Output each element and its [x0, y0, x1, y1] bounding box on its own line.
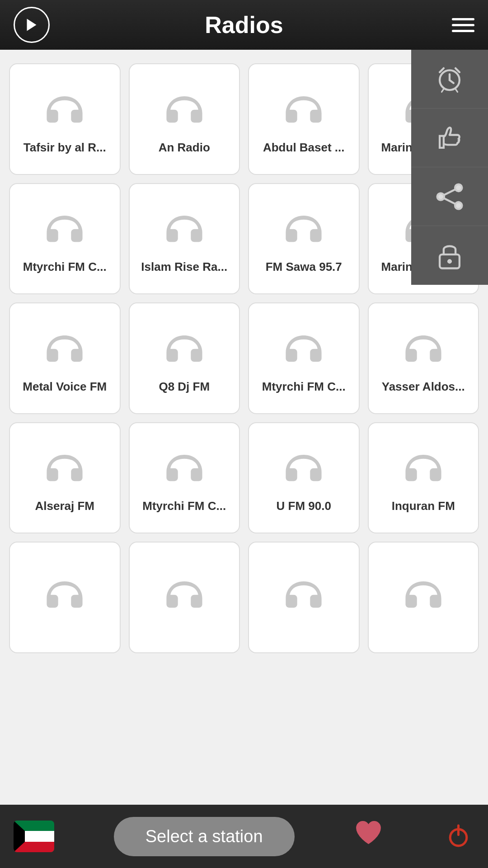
station-card[interactable] [9, 542, 121, 653]
station-name: Yasser Aldos... [382, 380, 465, 394]
headphone-icon [160, 571, 209, 621]
station-name: Islam Rise Ra... [141, 260, 227, 274]
headphone-icon [399, 571, 448, 621]
station-name: An Radio [159, 141, 210, 155]
headphone-icon [279, 206, 328, 255]
headphone-icon [399, 326, 448, 375]
station-name: Tafsir by al R... [23, 141, 106, 155]
svg-point-8 [455, 184, 462, 191]
headphone-icon [40, 326, 89, 375]
station-name: Q8 Dj FM [159, 380, 210, 394]
power-icon [444, 821, 473, 850]
headphone-icon [160, 326, 209, 375]
station-card[interactable]: U FM 90.0 [248, 422, 360, 534]
station-name: U FM 90.0 [277, 499, 331, 513]
play-button[interactable] [14, 7, 50, 43]
station-card[interactable]: Q8 Dj FM [129, 302, 240, 414]
headphone-icon [279, 445, 328, 495]
station-card[interactable]: Mtyrchi FM C... [9, 183, 121, 295]
bottom-bar: Select a station [0, 805, 488, 868]
station-card[interactable] [368, 542, 479, 653]
menu-button[interactable] [452, 18, 474, 32]
flag-button[interactable] [14, 821, 54, 852]
share-button[interactable] [411, 167, 488, 226]
lock-button[interactable] [411, 226, 488, 285]
svg-point-10 [455, 202, 462, 209]
menu-line [452, 24, 474, 26]
station-card[interactable] [248, 542, 360, 653]
power-button[interactable] [443, 821, 474, 852]
menu-line [452, 18, 474, 20]
kuwait-flag-icon [14, 821, 54, 852]
station-name: Metal Voice FM [23, 380, 107, 394]
station-card[interactable]: Islam Rise Ra... [129, 183, 240, 295]
alarm-icon [434, 63, 465, 95]
headphone-icon [160, 86, 209, 136]
favorites-button[interactable] [411, 108, 488, 167]
share-icon [434, 181, 465, 212]
station-name: Mtyrchi FM C... [142, 499, 226, 513]
station-card[interactable]: An Radio [129, 63, 240, 175]
headphone-icon [40, 86, 89, 136]
station-name: Abdul Baset ... [263, 141, 345, 155]
headphone-icon [40, 206, 89, 255]
headphone-icon [399, 445, 448, 495]
station-name: Mtyrchi FM C... [262, 380, 346, 394]
lock-icon [434, 240, 465, 271]
page-title: Radios [205, 11, 283, 38]
alarm-button[interactable] [411, 50, 488, 108]
play-icon [23, 17, 40, 33]
headphone-icon [40, 571, 89, 621]
station-name: FM Sawa 95.7 [266, 260, 342, 274]
station-name: Mtyrchi FM C... [23, 260, 107, 274]
station-card[interactable] [129, 542, 240, 653]
headphone-icon [279, 571, 328, 621]
svg-line-12 [444, 198, 455, 204]
headphone-icon [160, 445, 209, 495]
station-name: Alseraj FM [35, 499, 95, 513]
svg-point-14 [448, 259, 452, 264]
station-card[interactable]: Yasser Aldos... [368, 302, 479, 414]
station-card[interactable]: Mtyrchi FM C... [129, 422, 240, 534]
station-card[interactable]: Mtyrchi FM C... [248, 302, 360, 414]
select-station-button[interactable]: Select a station [114, 817, 295, 856]
headphone-icon [279, 326, 328, 375]
headphone-icon [279, 86, 328, 136]
station-card[interactable]: Alseraj FM [9, 422, 121, 534]
station-name: Inquran FM [392, 499, 455, 513]
favorite-button[interactable] [354, 819, 383, 854]
heart-icon [354, 819, 383, 848]
station-card[interactable]: Abdul Baset ... [248, 63, 360, 175]
svg-line-7 [455, 89, 457, 92]
svg-line-6 [442, 89, 444, 92]
headphone-icon [40, 445, 89, 495]
station-card[interactable]: Metal Voice FM [9, 302, 121, 414]
station-card[interactable]: Tafsir by al R... [9, 63, 121, 175]
svg-line-3 [450, 80, 454, 83]
station-card[interactable]: FM Sawa 95.7 [248, 183, 360, 295]
headphone-icon [160, 206, 209, 255]
thumbsup-icon [434, 122, 465, 154]
svg-marker-0 [27, 19, 37, 31]
station-card[interactable]: Inquran FM [368, 422, 479, 534]
svg-line-11 [444, 189, 455, 195]
menu-line [452, 30, 474, 32]
side-panel [411, 50, 488, 285]
svg-point-9 [437, 193, 444, 200]
app-header: Radios [0, 0, 488, 50]
